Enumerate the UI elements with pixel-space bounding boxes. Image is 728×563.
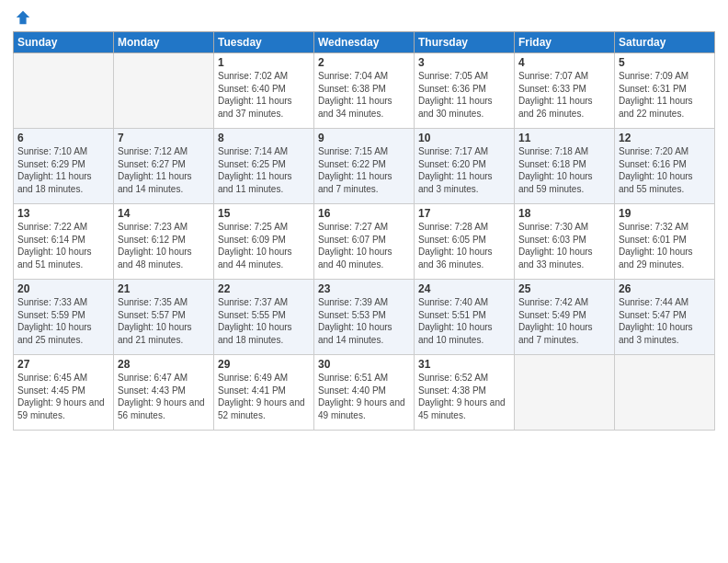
calendar-week-row: 6Sunrise: 7:10 AM Sunset: 6:29 PM Daylig… <box>14 129 715 204</box>
day-number: 2 <box>318 56 410 69</box>
weekday-friday: Friday <box>515 32 615 53</box>
day-number: 21 <box>118 282 210 295</box>
day-info: Sunrise: 7:18 AM Sunset: 6:18 PM Dayligh… <box>518 145 610 195</box>
calendar-cell: 17Sunrise: 7:28 AM Sunset: 6:05 PM Dayli… <box>415 204 515 280</box>
calendar-cell: 22Sunrise: 7:37 AM Sunset: 5:55 PM Dayli… <box>214 280 314 355</box>
weekday-sunday: Sunday <box>14 32 114 53</box>
day-info: Sunrise: 7:22 AM Sunset: 6:14 PM Dayligh… <box>17 221 109 270</box>
day-info: Sunrise: 7:20 AM Sunset: 6:16 PM Dayligh… <box>619 145 711 195</box>
day-number: 24 <box>418 282 510 295</box>
header <box>13 9 715 26</box>
calendar-cell: 13Sunrise: 7:22 AM Sunset: 6:14 PM Dayli… <box>14 204 114 280</box>
calendar-cell: 27Sunrise: 6:45 AM Sunset: 4:45 PM Dayli… <box>14 355 114 431</box>
day-info: Sunrise: 7:14 AM Sunset: 6:25 PM Dayligh… <box>218 145 310 195</box>
calendar-cell: 11Sunrise: 7:18 AM Sunset: 6:18 PM Dayli… <box>515 129 615 204</box>
day-info: Sunrise: 6:52 AM Sunset: 4:38 PM Dayligh… <box>418 372 510 421</box>
day-number: 25 <box>518 282 610 295</box>
day-info: Sunrise: 7:42 AM Sunset: 5:49 PM Dayligh… <box>518 296 610 346</box>
calendar-week-row: 13Sunrise: 7:22 AM Sunset: 6:14 PM Dayli… <box>14 204 715 280</box>
day-number: 8 <box>218 132 310 144</box>
day-number: 12 <box>619 132 711 144</box>
calendar-cell: 4Sunrise: 7:07 AM Sunset: 6:33 PM Daylig… <box>515 53 615 129</box>
calendar-table: SundayMondayTuesdayWednesdayThursdayFrid… <box>13 31 715 431</box>
day-number: 19 <box>619 207 711 220</box>
calendar-cell: 3Sunrise: 7:05 AM Sunset: 6:36 PM Daylig… <box>415 53 515 129</box>
calendar-cell <box>515 355 615 431</box>
day-number: 22 <box>218 282 310 295</box>
logo-icon <box>15 9 31 26</box>
day-number: 31 <box>418 358 510 371</box>
day-number: 28 <box>118 358 210 371</box>
calendar-cell: 1Sunrise: 7:02 AM Sunset: 6:40 PM Daylig… <box>214 53 314 129</box>
day-info: Sunrise: 6:47 AM Sunset: 4:43 PM Dayligh… <box>118 372 210 421</box>
day-number: 11 <box>518 132 610 144</box>
calendar-week-row: 20Sunrise: 7:33 AM Sunset: 5:59 PM Dayli… <box>14 280 715 355</box>
calendar-cell: 25Sunrise: 7:42 AM Sunset: 5:49 PM Dayli… <box>515 280 615 355</box>
calendar-cell: 23Sunrise: 7:39 AM Sunset: 5:53 PM Dayli… <box>314 280 415 355</box>
day-info: Sunrise: 7:17 AM Sunset: 6:20 PM Dayligh… <box>418 145 510 195</box>
calendar-cell <box>14 53 114 129</box>
day-info: Sunrise: 7:44 AM Sunset: 5:47 PM Dayligh… <box>619 296 711 346</box>
day-number: 23 <box>318 282 410 295</box>
day-number: 6 <box>17 132 109 144</box>
weekday-monday: Monday <box>114 32 214 53</box>
calendar-cell: 5Sunrise: 7:09 AM Sunset: 6:31 PM Daylig… <box>615 53 715 129</box>
day-info: Sunrise: 7:12 AM Sunset: 6:27 PM Dayligh… <box>118 145 210 195</box>
day-info: Sunrise: 7:02 AM Sunset: 6:40 PM Dayligh… <box>218 70 310 120</box>
day-info: Sunrise: 7:28 AM Sunset: 6:05 PM Dayligh… <box>418 221 510 270</box>
day-info: Sunrise: 6:45 AM Sunset: 4:45 PM Dayligh… <box>17 372 109 421</box>
day-number: 30 <box>318 358 410 371</box>
weekday-tuesday: Tuesday <box>214 32 314 53</box>
day-number: 4 <box>518 56 610 69</box>
calendar-cell: 15Sunrise: 7:25 AM Sunset: 6:09 PM Dayli… <box>214 204 314 280</box>
day-number: 3 <box>418 56 510 69</box>
day-number: 16 <box>318 207 410 220</box>
calendar-cell: 18Sunrise: 7:30 AM Sunset: 6:03 PM Dayli… <box>515 204 615 280</box>
day-number: 18 <box>518 207 610 220</box>
calendar-cell: 20Sunrise: 7:33 AM Sunset: 5:59 PM Dayli… <box>14 280 114 355</box>
day-info: Sunrise: 7:07 AM Sunset: 6:33 PM Dayligh… <box>518 70 610 120</box>
calendar-cell: 6Sunrise: 7:10 AM Sunset: 6:29 PM Daylig… <box>14 129 114 204</box>
calendar-cell: 2Sunrise: 7:04 AM Sunset: 6:38 PM Daylig… <box>314 53 415 129</box>
day-number: 9 <box>318 132 410 144</box>
day-number: 27 <box>17 358 109 371</box>
calendar-cell: 14Sunrise: 7:23 AM Sunset: 6:12 PM Dayli… <box>114 204 214 280</box>
day-info: Sunrise: 7:40 AM Sunset: 5:51 PM Dayligh… <box>418 296 510 346</box>
calendar-cell: 29Sunrise: 6:49 AM Sunset: 4:41 PM Dayli… <box>214 355 314 431</box>
calendar-cell: 24Sunrise: 7:40 AM Sunset: 5:51 PM Dayli… <box>415 280 515 355</box>
day-info: Sunrise: 7:23 AM Sunset: 6:12 PM Dayligh… <box>118 221 210 270</box>
day-info: Sunrise: 7:04 AM Sunset: 6:38 PM Dayligh… <box>318 70 410 120</box>
day-info: Sunrise: 7:05 AM Sunset: 6:36 PM Dayligh… <box>418 70 510 120</box>
day-info: Sunrise: 7:27 AM Sunset: 6:07 PM Dayligh… <box>318 221 410 270</box>
calendar-cell: 7Sunrise: 7:12 AM Sunset: 6:27 PM Daylig… <box>114 129 214 204</box>
weekday-saturday: Saturday <box>615 32 715 53</box>
day-info: Sunrise: 7:30 AM Sunset: 6:03 PM Dayligh… <box>518 221 610 270</box>
day-number: 13 <box>17 207 109 220</box>
day-info: Sunrise: 7:37 AM Sunset: 5:55 PM Dayligh… <box>218 296 310 346</box>
day-info: Sunrise: 7:33 AM Sunset: 5:59 PM Dayligh… <box>17 296 109 346</box>
day-number: 14 <box>118 207 210 220</box>
calendar-container: SundayMondayTuesdayWednesdayThursdayFrid… <box>0 0 728 563</box>
calendar-cell: 12Sunrise: 7:20 AM Sunset: 6:16 PM Dayli… <box>615 129 715 204</box>
calendar-cell: 9Sunrise: 7:15 AM Sunset: 6:22 PM Daylig… <box>314 129 415 204</box>
day-info: Sunrise: 6:51 AM Sunset: 4:40 PM Dayligh… <box>318 372 410 421</box>
calendar-week-row: 1Sunrise: 7:02 AM Sunset: 6:40 PM Daylig… <box>14 53 715 129</box>
day-number: 15 <box>218 207 310 220</box>
day-info: Sunrise: 7:10 AM Sunset: 6:29 PM Dayligh… <box>17 145 109 195</box>
day-info: Sunrise: 7:32 AM Sunset: 6:01 PM Dayligh… <box>619 221 711 270</box>
calendar-cell: 30Sunrise: 6:51 AM Sunset: 4:40 PM Dayli… <box>314 355 415 431</box>
calendar-cell: 19Sunrise: 7:32 AM Sunset: 6:01 PM Dayli… <box>615 204 715 280</box>
day-number: 5 <box>619 56 711 69</box>
weekday-header-row: SundayMondayTuesdayWednesdayThursdayFrid… <box>14 32 715 53</box>
calendar-week-row: 27Sunrise: 6:45 AM Sunset: 4:45 PM Dayli… <box>14 355 715 431</box>
day-number: 17 <box>418 207 510 220</box>
day-info: Sunrise: 7:35 AM Sunset: 5:57 PM Dayligh… <box>118 296 210 346</box>
day-info: Sunrise: 7:25 AM Sunset: 6:09 PM Dayligh… <box>218 221 310 270</box>
day-info: Sunrise: 6:49 AM Sunset: 4:41 PM Dayligh… <box>218 372 310 421</box>
svg-marker-0 <box>17 11 29 24</box>
calendar-cell: 26Sunrise: 7:44 AM Sunset: 5:47 PM Dayli… <box>615 280 715 355</box>
day-info: Sunrise: 7:15 AM Sunset: 6:22 PM Dayligh… <box>318 145 410 195</box>
day-number: 1 <box>218 56 310 69</box>
calendar-cell: 28Sunrise: 6:47 AM Sunset: 4:43 PM Dayli… <box>114 355 214 431</box>
calendar-cell: 10Sunrise: 7:17 AM Sunset: 6:20 PM Dayli… <box>415 129 515 204</box>
